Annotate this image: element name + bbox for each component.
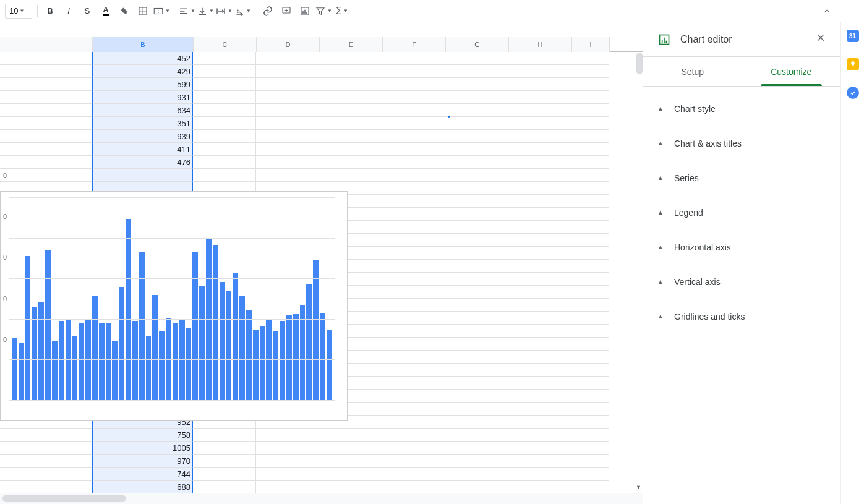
column-header[interactable]: E	[320, 37, 383, 52]
cell[interactable]	[382, 182, 445, 195]
column-header[interactable]: H	[509, 37, 572, 52]
chart-bar[interactable]	[38, 302, 44, 401]
cell[interactable]	[445, 299, 508, 312]
cell[interactable]	[256, 104, 319, 117]
cell[interactable]	[193, 52, 256, 65]
chart-bar[interactable]	[313, 260, 319, 401]
cell[interactable]	[193, 429, 256, 442]
chart-bar[interactable]	[159, 331, 165, 401]
table-row[interactable]: 351	[0, 117, 643, 130]
spreadsheet-grid[interactable]: BCDEFGHI 4524295999316343519394114764304…	[0, 22, 643, 493]
cell[interactable]	[571, 91, 609, 104]
cell[interactable]	[445, 104, 508, 117]
chart-bar[interactable]	[59, 321, 64, 401]
cell[interactable]: 758	[92, 429, 193, 442]
cell[interactable]	[445, 364, 508, 377]
accordion-section[interactable]: ▸Horizontal axis	[643, 230, 840, 265]
chart-bar[interactable]	[79, 323, 84, 401]
accordion-section[interactable]: ▸Chart style	[643, 92, 840, 126]
cell[interactable]: 599	[92, 78, 193, 91]
chart-bar[interactable]	[327, 330, 332, 401]
cell[interactable]	[508, 52, 571, 65]
cell[interactable]	[256, 481, 319, 493]
cell[interactable]	[382, 481, 445, 493]
cell[interactable]	[445, 91, 508, 104]
chart-bar[interactable]	[192, 252, 198, 401]
cell[interactable]	[508, 442, 571, 455]
cell[interactable]	[508, 351, 571, 364]
cell[interactable]	[0, 65, 93, 78]
cell[interactable]: 476	[92, 156, 193, 169]
cell[interactable]	[193, 468, 256, 481]
cell[interactable]	[508, 156, 571, 169]
v-align-button[interactable]: ▼	[197, 2, 214, 20]
cell[interactable]	[508, 78, 571, 91]
cell[interactable]	[508, 338, 571, 351]
cell[interactable]: 744	[92, 468, 193, 481]
chart-bar[interactable]	[293, 314, 299, 401]
table-row[interactable]: 1005	[0, 442, 643, 455]
cell[interactable]	[256, 52, 319, 65]
cell[interactable]	[319, 78, 382, 91]
cell[interactable]	[508, 312, 571, 325]
chart-bar[interactable]	[146, 336, 152, 401]
cell[interactable]	[382, 416, 445, 429]
chart-bar[interactable]	[213, 245, 218, 401]
cell[interactable]	[571, 260, 609, 273]
cell[interactable]	[319, 104, 382, 117]
cell[interactable]	[571, 273, 609, 286]
chart-bar[interactable]	[173, 323, 178, 401]
cell[interactable]	[571, 247, 609, 260]
cell[interactable]	[193, 169, 256, 182]
cell[interactable]	[445, 286, 508, 299]
horizontal-scrollbar[interactable]	[0, 493, 643, 504]
cell[interactable]	[0, 143, 93, 156]
cell[interactable]	[256, 117, 319, 130]
cell[interactable]	[571, 169, 609, 182]
tab-setup[interactable]: Setup	[643, 57, 742, 86]
column-header[interactable]: I	[572, 37, 610, 52]
cell[interactable]	[319, 169, 382, 182]
table-row[interactable]: 931	[0, 91, 643, 104]
cell[interactable]	[193, 91, 256, 104]
table-row[interactable]: 744	[0, 468, 643, 481]
cell[interactable]	[508, 247, 571, 260]
cell[interactable]	[571, 221, 609, 234]
cell[interactable]	[319, 65, 382, 78]
cell[interactable]	[382, 234, 445, 247]
text-color-button[interactable]: A	[97, 2, 114, 20]
cell[interactable]	[382, 78, 445, 91]
cell[interactable]	[193, 130, 256, 143]
chart-bar[interactable]	[179, 320, 185, 401]
cell[interactable]	[445, 234, 508, 247]
column-header[interactable]	[0, 37, 93, 52]
cell[interactable]	[445, 403, 508, 416]
cell[interactable]	[193, 104, 256, 117]
cell[interactable]	[508, 143, 571, 156]
cell[interactable]	[571, 468, 609, 481]
table-row[interactable]: 429	[0, 65, 643, 78]
cell[interactable]	[382, 208, 445, 221]
cell[interactable]	[445, 221, 508, 234]
cell[interactable]	[382, 377, 445, 390]
cell[interactable]	[445, 247, 508, 260]
cell[interactable]	[571, 390, 609, 403]
cell[interactable]	[571, 208, 609, 221]
cell[interactable]	[319, 481, 382, 493]
cell[interactable]: 931	[92, 91, 193, 104]
cell[interactable]: 351	[92, 117, 193, 130]
cell[interactable]	[319, 91, 382, 104]
link-button[interactable]	[259, 2, 276, 20]
cell[interactable]	[382, 221, 445, 234]
cell[interactable]	[0, 78, 93, 91]
cell[interactable]	[382, 195, 445, 208]
accordion-section[interactable]: ▸Gridlines and ticks	[643, 299, 840, 334]
cell[interactable]	[445, 143, 508, 156]
functions-button[interactable]: Σ▼	[333, 2, 351, 20]
cell[interactable]	[256, 143, 319, 156]
cell[interactable]	[508, 390, 571, 403]
chart-bar[interactable]	[320, 313, 325, 401]
cell[interactable]	[508, 104, 571, 117]
cell[interactable]	[445, 169, 508, 182]
cell[interactable]	[0, 156, 93, 169]
